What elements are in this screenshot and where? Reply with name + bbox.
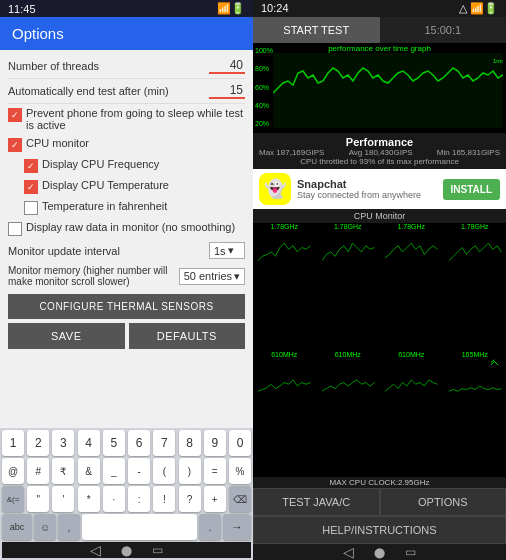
key-7[interactable]: 7 [153,430,175,456]
defaults-button[interactable]: DEFAULTS [129,323,246,349]
ad-tagline: Stay connected from anywhere [297,190,437,200]
configure-thermal-button[interactable]: CONFIGURE THERMAL SENSORS [8,294,245,319]
key-lparen[interactable]: ( [153,458,175,484]
key-6[interactable]: 6 [128,430,150,456]
key-colon[interactable]: : [128,486,150,512]
backspace-key[interactable]: ⌫ [229,486,251,512]
help-instructions-button[interactable]: HELP/INSTRUCTIONS [253,516,506,544]
interval-label: Monitor update interval [8,245,120,257]
cpu-graph-3 [444,230,507,265]
key-apostrophe[interactable]: ' [52,486,74,512]
keyboard-row-numbers: 1 2 3 4 5 6 7 8 9 0 [2,430,251,456]
raw-data-row[interactable]: Display raw data in monitor (no smoothin… [8,218,245,239]
key-8[interactable]: 8 [179,430,201,456]
key-underscore[interactable]: _ [103,458,125,484]
key-5[interactable]: 5 [103,430,125,456]
key-dot[interactable]: · [103,486,125,512]
auto-end-row: Automatically end test after (min) 15 [8,79,245,104]
key-emoji[interactable]: ☺ [34,514,56,540]
status-bar-right: 10:24 △ 📶🔋 [253,0,506,17]
key-rparen[interactable]: ) [179,458,201,484]
perf-max: Max 187,169GIPS [259,148,324,157]
key-4[interactable]: 4 [78,430,100,456]
cpu-cell-1: 1.78GHz [317,223,380,350]
memory-value: 50 entries [184,270,232,282]
interval-dropdown[interactable]: 1s ▾ [209,242,245,259]
back-icon-right[interactable]: ◁ [343,544,354,560]
nav-row-1: TEST JAVA/C OPTIONS [253,488,506,516]
start-test-button[interactable]: START TEST [253,17,380,43]
key-2[interactable]: 2 [27,430,49,456]
cpu-graph-6 [380,358,443,393]
key-at[interactable]: @ [2,458,24,484]
cpu-graph-7 [444,358,507,393]
enter-key[interactable]: → [223,514,251,540]
key-period[interactable]: . [199,514,221,540]
key-abc[interactable]: abc [2,514,32,540]
back-icon[interactable]: ◁ [90,542,101,558]
cpu-freq-checkbox[interactable] [24,159,38,173]
key-0[interactable]: 0 [229,430,251,456]
test-java-c-button[interactable]: TEST JAVA/C [253,488,380,516]
key-exclaim[interactable]: ! [153,486,175,512]
fahrenheit-checkbox[interactable] [24,201,38,215]
ad-app-name: Snapchat [297,178,437,190]
memory-label: Monitor memory (higher number will make … [8,265,179,287]
cpu-monitor-checkbox[interactable] [8,138,22,152]
install-button[interactable]: INSTALL [443,179,500,200]
svg-text:1min(interval 2min): 1min(interval 2min) [493,58,503,64]
key-equals[interactable]: = [204,458,226,484]
memory-dropdown[interactable]: 50 entries ▾ [179,268,245,285]
home-icon[interactable]: ⬤ [121,545,132,556]
time-left: 11:45 [8,3,36,15]
cpu-monitor-row[interactable]: CPU monitor [8,134,245,155]
prevent-sleep-checkbox[interactable] [8,108,22,122]
key-plus[interactable]: + [204,486,226,512]
bottom-nav: TEST JAVA/C OPTIONS HELP/INSTRUCTIONS ◁ … [253,488,506,560]
key-question[interactable]: ? [179,486,201,512]
key-comma[interactable]: , [58,514,80,540]
cpu-graph-1 [317,230,380,265]
key-special-mode[interactable]: &(= [2,486,24,512]
fahrenheit-row[interactable]: Temperature in fahrenheit [8,197,245,218]
graph-title: performance over time graph [328,44,431,53]
recents-icon-right[interactable]: ▭ [405,545,416,559]
prevent-sleep-row[interactable]: Prevent phone from going to sleep while … [8,104,245,134]
cpu-temp-checkbox[interactable] [24,180,38,194]
key-quote[interactable]: " [27,486,49,512]
key-hash[interactable]: # [27,458,49,484]
cpu-cell-5: 610MHz [317,351,380,478]
left-panel: 11:45 📶🔋 Options Number of threads 40 Au… [0,0,253,560]
perf-throttle: CPU throttled to 93% of its max performa… [259,157,500,166]
cpu-grid: 1.78GHz 1.78GHz 1.78GHz 1.78GHz [253,223,506,477]
auto-end-value[interactable]: 15 [209,83,245,99]
max-clock-label: MAX CPU CLOCK:2.95GHz [253,477,506,488]
key-ampersand[interactable]: & [78,458,100,484]
key-rupee[interactable]: ₹ [52,458,74,484]
svg-rect-4 [385,230,438,265]
cpu-graph-2 [380,230,443,265]
options-button[interactable]: OPTIONS [380,488,507,516]
graph-yaxis: 100% 80% 60% 40% 20% [255,47,273,127]
ad-text: Snapchat Stay connected from anywhere [297,178,437,200]
key-percent[interactable]: % [229,458,251,484]
cpu-graph-0 [253,230,316,265]
cpu-temp-row[interactable]: Display CPU Temperature [8,176,245,197]
key-1[interactable]: 1 [2,430,24,456]
threads-value[interactable]: 40 [209,58,245,74]
title-bar: Options [0,17,253,50]
home-icon-right[interactable]: ⬤ [374,547,385,558]
raw-data-checkbox[interactable] [8,222,22,236]
performance-section: Performance Max 187,169GIPS Avg 180,430G… [253,133,506,169]
svg-rect-5 [449,230,502,265]
space-key[interactable] [82,514,197,540]
save-button[interactable]: SAVE [8,323,125,349]
key-asterisk[interactable]: * [78,486,100,512]
key-3[interactable]: 3 [52,430,74,456]
key-9[interactable]: 9 [204,430,226,456]
recents-icon[interactable]: ▭ [152,543,163,557]
cpu-freq-row[interactable]: Display CPU Frequency [8,155,245,176]
key-minus[interactable]: - [128,458,150,484]
status-bar-left: 11:45 📶🔋 [0,0,253,17]
performance-graph-svg: 1min(interval 2min) [273,53,503,128]
